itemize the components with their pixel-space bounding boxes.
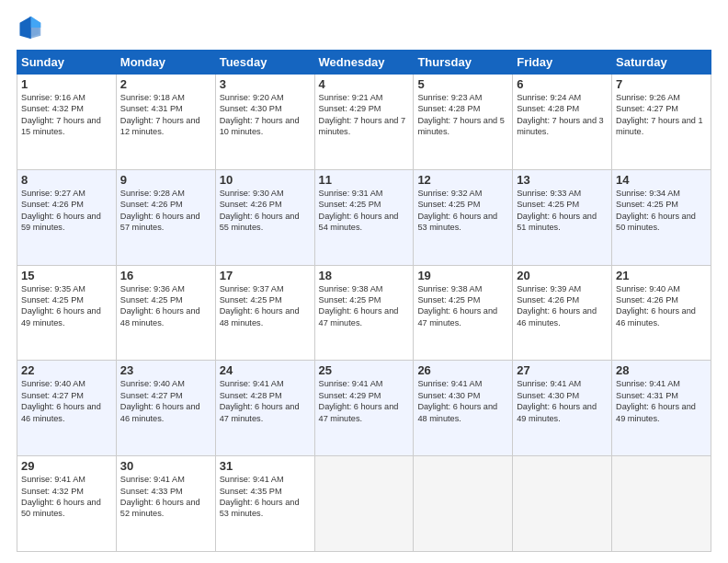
calendar-table: SundayMondayTuesdayWednesdayThursdayFrid… — [17, 50, 711, 552]
day-info: Sunrise: 9:18 AMSunset: 4:31 PMDaylight:… — [120, 93, 200, 136]
day-number: 13 — [517, 173, 608, 187]
day-info: Sunrise: 9:31 AMSunset: 4:25 PMDaylight:… — [319, 189, 399, 232]
col-header-sunday: Sunday — [17, 51, 117, 75]
day-number: 15 — [21, 269, 112, 282]
calendar-cell: 6 Sunrise: 9:24 AMSunset: 4:28 PMDayligh… — [513, 75, 612, 170]
day-info: Sunrise: 9:33 AMSunset: 4:25 PMDaylight:… — [517, 189, 597, 232]
day-info: Sunrise: 9:28 AMSunset: 4:26 PMDaylight:… — [120, 189, 200, 232]
calendar-cell: 3 Sunrise: 9:20 AMSunset: 4:30 PMDayligh… — [215, 75, 314, 170]
day-info: Sunrise: 9:23 AMSunset: 4:28 PMDaylight:… — [417, 93, 505, 136]
day-number: 9 — [120, 173, 211, 187]
day-info: Sunrise: 9:41 AMSunset: 4:32 PMDaylight:… — [21, 475, 101, 518]
week-row-2: 8 Sunrise: 9:27 AMSunset: 4:26 PMDayligh… — [17, 169, 711, 265]
calendar-cell: 23 Sunrise: 9:40 AMSunset: 4:27 PMDaylig… — [116, 361, 215, 456]
calendar-cell: 30 Sunrise: 9:41 AMSunset: 4:33 PMDaylig… — [116, 456, 215, 552]
day-info: Sunrise: 9:34 AMSunset: 4:25 PMDaylight:… — [616, 189, 696, 232]
day-info: Sunrise: 9:40 AMSunset: 4:26 PMDaylight:… — [616, 284, 696, 327]
day-info: Sunrise: 9:41 AMSunset: 4:29 PMDaylight:… — [319, 379, 399, 422]
week-row-1: 1 Sunrise: 9:16 AMSunset: 4:32 PMDayligh… — [17, 75, 711, 170]
calendar-cell: 17 Sunrise: 9:37 AMSunset: 4:25 PMDaylig… — [215, 265, 314, 361]
day-number: 1 — [21, 77, 112, 91]
day-info: Sunrise: 9:41 AMSunset: 4:28 PMDaylight:… — [220, 379, 300, 422]
day-info: Sunrise: 9:16 AMSunset: 4:32 PMDaylight:… — [21, 93, 101, 136]
day-number: 18 — [319, 269, 410, 282]
calendar-cell — [513, 456, 612, 552]
day-number: 17 — [220, 269, 311, 282]
calendar-cell — [612, 456, 711, 552]
day-number: 16 — [120, 269, 211, 282]
week-row-5: 29 Sunrise: 9:41 AMSunset: 4:32 PMDaylig… — [17, 456, 711, 552]
day-number: 28 — [616, 363, 707, 377]
calendar-cell: 7 Sunrise: 9:26 AMSunset: 4:27 PMDayligh… — [612, 75, 711, 170]
day-number: 7 — [616, 77, 707, 91]
day-number: 8 — [21, 173, 112, 187]
day-info: Sunrise: 9:27 AMSunset: 4:26 PMDaylight:… — [21, 189, 101, 232]
logo — [17, 15, 48, 40]
col-header-saturday: Saturday — [612, 51, 711, 75]
day-info: Sunrise: 9:41 AMSunset: 4:30 PMDaylight:… — [517, 379, 597, 422]
day-info: Sunrise: 9:24 AMSunset: 4:28 PMDaylight:… — [517, 93, 604, 136]
calendar-cell: 18 Sunrise: 9:38 AMSunset: 4:25 PMDaylig… — [314, 265, 414, 361]
calendar-cell: 22 Sunrise: 9:40 AMSunset: 4:27 PMDaylig… — [17, 361, 117, 456]
day-number: 20 — [517, 269, 608, 282]
day-number: 22 — [21, 363, 112, 377]
header-row: SundayMondayTuesdayWednesdayThursdayFrid… — [17, 51, 711, 75]
day-number: 25 — [319, 363, 410, 377]
day-info: Sunrise: 9:38 AMSunset: 4:25 PMDaylight:… — [319, 284, 399, 327]
calendar-cell: 28 Sunrise: 9:41 AMSunset: 4:31 PMDaylig… — [612, 361, 711, 456]
calendar-cell: 10 Sunrise: 9:30 AMSunset: 4:26 PMDaylig… — [215, 169, 314, 265]
calendar-cell: 14 Sunrise: 9:34 AMSunset: 4:25 PMDaylig… — [612, 169, 711, 265]
day-number: 5 — [417, 77, 508, 91]
calendar-cell: 2 Sunrise: 9:18 AMSunset: 4:31 PMDayligh… — [116, 75, 215, 170]
day-number: 30 — [120, 459, 211, 473]
day-number: 26 — [417, 363, 508, 377]
day-number: 21 — [616, 269, 707, 282]
day-info: Sunrise: 9:41 AMSunset: 4:30 PMDaylight:… — [417, 379, 497, 422]
calendar-cell: 21 Sunrise: 9:40 AMSunset: 4:26 PMDaylig… — [612, 265, 711, 361]
calendar-cell: 12 Sunrise: 9:32 AMSunset: 4:25 PMDaylig… — [414, 169, 513, 265]
day-info: Sunrise: 9:35 AMSunset: 4:25 PMDaylight:… — [21, 284, 101, 327]
day-info: Sunrise: 9:20 AMSunset: 4:30 PMDaylight:… — [220, 93, 300, 136]
calendar-cell: 24 Sunrise: 9:41 AMSunset: 4:28 PMDaylig… — [215, 361, 314, 456]
day-info: Sunrise: 9:26 AMSunset: 4:27 PMDaylight:… — [616, 93, 703, 136]
week-row-3: 15 Sunrise: 9:35 AMSunset: 4:25 PMDaylig… — [17, 265, 711, 361]
col-header-monday: Monday — [116, 51, 215, 75]
calendar-cell: 1 Sunrise: 9:16 AMSunset: 4:32 PMDayligh… — [17, 75, 117, 170]
day-number: 23 — [120, 363, 211, 377]
calendar-cell: 11 Sunrise: 9:31 AMSunset: 4:25 PMDaylig… — [314, 169, 414, 265]
calendar-cell — [314, 456, 414, 552]
calendar-cell: 27 Sunrise: 9:41 AMSunset: 4:30 PMDaylig… — [513, 361, 612, 456]
day-info: Sunrise: 9:41 AMSunset: 4:31 PMDaylight:… — [616, 379, 696, 422]
day-number: 31 — [220, 459, 311, 473]
day-number: 12 — [417, 173, 508, 187]
day-info: Sunrise: 9:21 AMSunset: 4:29 PMDaylight:… — [319, 93, 406, 136]
col-header-friday: Friday — [513, 51, 612, 75]
svg-marker-3 — [31, 17, 41, 28]
day-info: Sunrise: 9:40 AMSunset: 4:27 PMDaylight:… — [21, 379, 101, 422]
day-info: Sunrise: 9:41 AMSunset: 4:35 PMDaylight:… — [220, 475, 300, 518]
svg-marker-2 — [20, 17, 31, 40]
day-number: 11 — [319, 173, 410, 187]
calendar-cell: 8 Sunrise: 9:27 AMSunset: 4:26 PMDayligh… — [17, 169, 117, 265]
day-number: 29 — [21, 459, 112, 473]
calendar-cell: 25 Sunrise: 9:41 AMSunset: 4:29 PMDaylig… — [314, 361, 414, 456]
calendar-cell: 26 Sunrise: 9:41 AMSunset: 4:30 PMDaylig… — [414, 361, 513, 456]
day-number: 2 — [120, 77, 211, 91]
calendar-cell: 20 Sunrise: 9:39 AMSunset: 4:26 PMDaylig… — [513, 265, 612, 361]
day-info: Sunrise: 9:40 AMSunset: 4:27 PMDaylight:… — [120, 379, 200, 422]
week-row-4: 22 Sunrise: 9:40 AMSunset: 4:27 PMDaylig… — [17, 361, 711, 456]
day-info: Sunrise: 9:37 AMSunset: 4:25 PMDaylight:… — [220, 284, 300, 327]
day-number: 4 — [319, 77, 410, 91]
day-number: 14 — [616, 173, 707, 187]
col-header-wednesday: Wednesday — [314, 51, 414, 75]
page: SundayMondayTuesdayWednesdayThursdayFrid… — [0, 0, 728, 563]
col-header-tuesday: Tuesday — [215, 51, 314, 75]
calendar-cell: 16 Sunrise: 9:36 AMSunset: 4:25 PMDaylig… — [116, 265, 215, 361]
calendar-cell: 9 Sunrise: 9:28 AMSunset: 4:26 PMDayligh… — [116, 169, 215, 265]
day-number: 19 — [417, 269, 508, 282]
day-info: Sunrise: 9:38 AMSunset: 4:25 PMDaylight:… — [417, 284, 497, 327]
calendar-cell: 29 Sunrise: 9:41 AMSunset: 4:32 PMDaylig… — [17, 456, 117, 552]
calendar-cell — [414, 456, 513, 552]
calendar-cell: 19 Sunrise: 9:38 AMSunset: 4:25 PMDaylig… — [414, 265, 513, 361]
day-number: 6 — [517, 77, 608, 91]
